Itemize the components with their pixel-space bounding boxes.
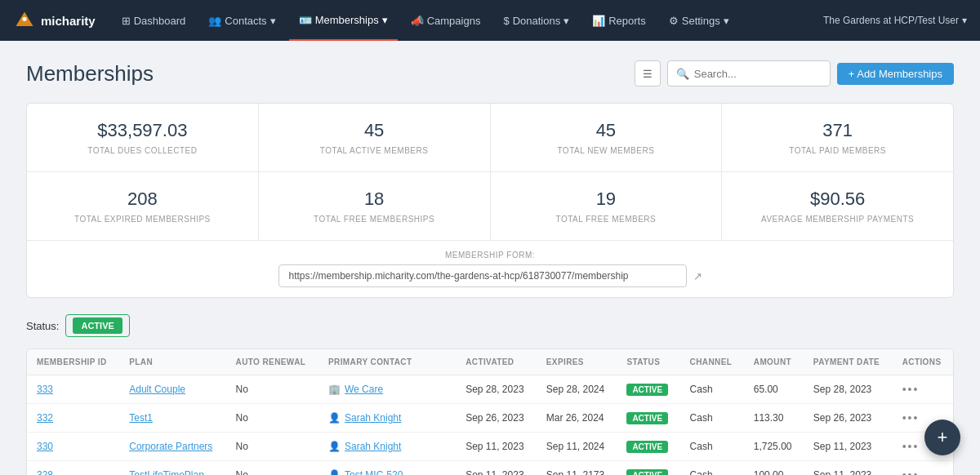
membership-id-link[interactable]: 333	[37, 384, 53, 395]
actions-menu-button[interactable]: •••	[902, 468, 920, 475]
cell-actions: •••	[893, 461, 953, 476]
nav-contacts[interactable]: 👥 Contacts ▾	[198, 0, 285, 41]
cell-amount: 65.00	[744, 375, 804, 404]
cell-expires: Mar 26, 2024	[537, 404, 617, 433]
contact-link[interactable]: Test MIC-520	[345, 469, 403, 475]
plan-link[interactable]: Test1	[129, 412, 153, 424]
table-body: 333 Adult Couple No 🏢 We Care Sep 28, 20…	[27, 375, 953, 476]
status-badge: ACTIVE	[626, 412, 668, 424]
nav-reports[interactable]: 📊 Reports	[582, 0, 656, 41]
cell-status: ACTIVE	[617, 404, 679, 433]
cell-status: ACTIVE	[617, 461, 679, 476]
cell-status: ACTIVE	[617, 375, 679, 404]
membership-id-link[interactable]: 332	[37, 412, 53, 424]
stat-total-dues: $33,597.03 TOTAL DUES COLLECTED	[27, 104, 259, 171]
cell-payment-date: Sep 28, 2023	[804, 375, 893, 404]
contact-link[interactable]: We Care	[345, 384, 383, 395]
table-header-row: MEMBERSHIP ID PLAN AUTO RENEWAL PRIMARY …	[27, 349, 953, 375]
status-badge: ACTIVE	[626, 469, 668, 476]
cell-payment-date: Sep 26, 2023	[804, 404, 893, 433]
cell-contact: 🏢 We Care	[318, 375, 456, 404]
header-actions: ☰ 🔍 + Add Memberships	[635, 60, 954, 87]
col-actions: ACTIONS	[893, 349, 953, 375]
stat-paid-members: 371 TOTAL PAID MEMBERS	[722, 104, 953, 171]
search-box: 🔍	[667, 60, 831, 87]
brand-name: micharity	[41, 14, 96, 28]
navbar: micharity ⊞ Dashboard 👥 Contacts ▾ 🪪 Mem…	[0, 0, 980, 41]
membership-id-link[interactable]: 330	[37, 441, 53, 452]
plan-link[interactable]: Adult Couple	[129, 384, 185, 395]
status-badge: ACTIVE	[626, 384, 668, 396]
cell-id: 330	[27, 433, 119, 461]
nav-settings[interactable]: ⚙ Settings ▾	[659, 0, 739, 41]
search-input[interactable]	[694, 68, 822, 80]
actions-menu-button[interactable]: •••	[902, 383, 920, 396]
col-auto-renewal: AUTO RENEWAL	[226, 349, 318, 375]
cell-expires: Sep 11, 2173	[537, 461, 617, 476]
nav-dashboard[interactable]: ⊞ Dashboard	[112, 0, 196, 41]
fab-button[interactable]: +	[924, 420, 960, 455]
status-filter: Status: ACTIVE	[26, 314, 954, 337]
contact-link[interactable]: Sarah Knight	[345, 412, 401, 424]
svg-point-2	[22, 17, 26, 21]
actions-menu-button[interactable]: •••	[902, 411, 920, 424]
cell-activated: Sep 28, 2023	[456, 375, 537, 404]
chevron-down-icon: ▾	[564, 15, 569, 27]
cell-id: 328	[27, 461, 119, 476]
cell-contact: 👤 Sarah Knight	[318, 404, 456, 433]
add-memberships-button[interactable]: + Add Memberships	[837, 63, 954, 85]
table-row: 332 Test1 No 👤 Sarah Knight Sep 26, 2023…	[27, 404, 953, 433]
table-row: 333 Adult Couple No 🏢 We Care Sep 28, 20…	[27, 375, 953, 404]
cell-actions: •••	[893, 375, 953, 404]
external-link-icon[interactable]: ↗	[693, 270, 702, 282]
chevron-down-icon: ▾	[382, 14, 388, 26]
cell-id: 333	[27, 375, 119, 404]
actions-menu-button[interactable]: •••	[902, 440, 920, 453]
cell-status: ACTIVE	[617, 433, 679, 461]
stat-avg-payments: $90.56 AVERAGE MEMBERSHIP PAYMENTS	[722, 172, 953, 240]
active-status-badge: ACTIVE	[73, 317, 122, 334]
form-url-input[interactable]	[278, 264, 687, 287]
cell-auto-renewal: No	[226, 433, 318, 461]
nav-donations[interactable]: $ Donations ▾	[493, 0, 579, 41]
cell-plan: Adult Couple	[119, 375, 225, 404]
col-amount: AMOUNT	[744, 349, 804, 375]
cell-expires: Sep 11, 2024	[537, 433, 617, 461]
contact-icon: 🏢	[328, 384, 341, 395]
contact-link[interactable]: Sarah Knight	[345, 441, 401, 452]
col-status: STATUS	[617, 349, 679, 375]
col-primary-contact: PRIMARY CONTACT	[318, 349, 456, 375]
filter-button[interactable]: ☰	[635, 60, 661, 87]
stats-card: $33,597.03 TOTAL DUES COLLECTED 45 TOTAL…	[26, 103, 954, 298]
status-filter-button[interactable]: ACTIVE	[65, 314, 129, 337]
cell-amount: 1,725.00	[744, 433, 804, 461]
search-icon: 🔍	[676, 68, 689, 80]
dollar-icon: $	[503, 15, 509, 27]
chevron-down-icon: ▾	[962, 15, 967, 26]
nav-campaigns[interactable]: 📣 Campaigns	[401, 0, 491, 41]
grid-icon: ⊞	[122, 15, 131, 27]
cell-amount: 100.00	[744, 461, 804, 476]
membership-id-link[interactable]: 328	[37, 469, 53, 475]
contact-icon: 👤	[328, 469, 341, 475]
nav-memberships[interactable]: 🪪 Memberships ▾	[289, 0, 398, 41]
table: MEMBERSHIP ID PLAN AUTO RENEWAL PRIMARY …	[27, 349, 953, 475]
membership-form-row: MEMBERSHIP FORM: ↗	[27, 241, 953, 297]
cell-contact: 👤 Sarah Knight	[318, 433, 456, 461]
col-activated: ACTIVATED	[456, 349, 537, 375]
table-row: 328 TestLifeTimePlan No 👤 Test MIC-520 S…	[27, 461, 953, 476]
plan-link[interactable]: Corporate Partners	[129, 441, 212, 452]
stat-free-memberships: 18 TOTAL FREE MEMBERSHIPS	[259, 172, 491, 240]
megaphone-icon: 📣	[411, 15, 424, 27]
org-info: The Gardens at HCP/Test User ▾	[823, 15, 967, 26]
contact-icon: 👤	[328, 412, 341, 424]
col-plan: PLAN	[119, 349, 225, 375]
cell-plan: Test1	[119, 404, 225, 433]
stat-new-members: 45 TOTAL NEW MEMBERS	[491, 104, 723, 171]
cell-channel: Cash	[680, 404, 744, 433]
navbar-left: micharity ⊞ Dashboard 👥 Contacts ▾ 🪪 Mem…	[13, 0, 739, 41]
plan-link[interactable]: TestLifeTimePlan	[129, 469, 204, 475]
contact-icon: 👤	[328, 441, 341, 452]
status-badge: ACTIVE	[626, 441, 668, 453]
cell-activated: Sep 11, 2023	[456, 433, 537, 461]
